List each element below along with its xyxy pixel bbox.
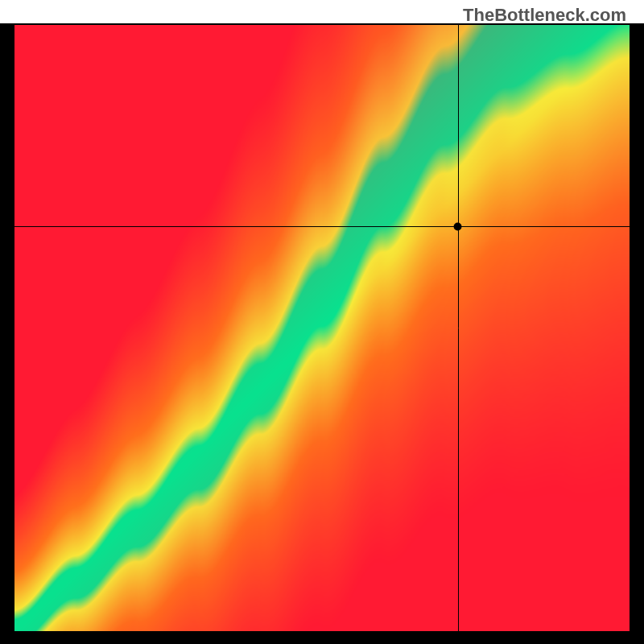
bottleneck-heatmap <box>0 0 644 644</box>
watermark-text: TheBottleneck.com <box>463 5 626 26</box>
chart-container: TheBottleneck.com <box>0 0 644 644</box>
